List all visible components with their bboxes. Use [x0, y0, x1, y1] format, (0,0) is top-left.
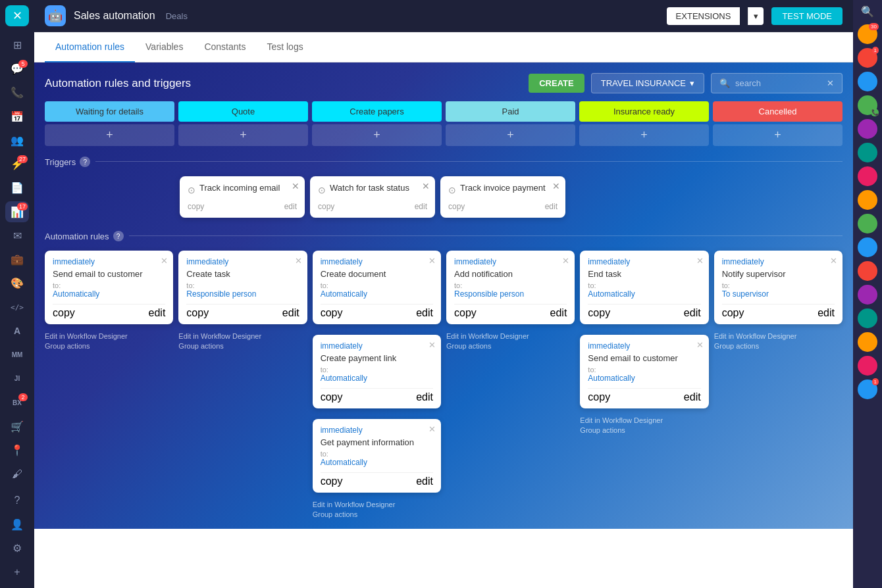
trigger-3-edit-button[interactable]: edit: [545, 202, 558, 211]
sidebar-item-analytics[interactable]: 📊 17: [5, 201, 29, 222]
avatar-user5[interactable]: [858, 119, 877, 139]
rule-2-copy-button[interactable]: copy: [186, 307, 209, 319]
test-mode-button[interactable]: TEST MODE: [771, 7, 843, 25]
sidebar-item-mm[interactable]: MM: [5, 345, 29, 366]
rule-3-copy-button[interactable]: copy: [321, 307, 343, 319]
rule-8-copy-button[interactable]: copy: [588, 391, 610, 403]
filter-button[interactable]: TRAVEL INSURANCE ▾: [591, 73, 704, 93]
sidebar-item-paint[interactable]: 🎨: [5, 273, 29, 294]
search-input[interactable]: [735, 78, 821, 88]
rule-5-group-button[interactable]: Group actions: [313, 510, 441, 518]
rule-3-to-value[interactable]: Automatically: [321, 289, 433, 299]
pipeline-add-create-papers[interactable]: +: [312, 124, 442, 146]
avatar-user11[interactable]: [858, 261, 877, 281]
rule-1-copy-button[interactable]: copy: [53, 307, 75, 319]
trigger-2-copy-button[interactable]: copy: [318, 202, 334, 211]
rule-2-group-button[interactable]: Group actions: [178, 342, 307, 350]
avatar-user12[interactable]: [858, 285, 877, 305]
tab-automation-rules[interactable]: Automation rules: [45, 32, 135, 62]
tab-variables[interactable]: Variables: [135, 32, 194, 62]
rule-7-to-value[interactable]: Automatically: [588, 289, 700, 299]
rule-5-to-value[interactable]: Automatically: [321, 458, 433, 467]
rule-6-close-button[interactable]: ✕: [562, 256, 569, 266]
rule-4-to-value[interactable]: Automatically: [321, 374, 433, 383]
automation-rules-help-icon[interactable]: ?: [113, 231, 124, 241]
tab-test-logs[interactable]: Test logs: [256, 32, 313, 62]
avatar-user6[interactable]: [858, 143, 877, 162]
sidebar-item-email[interactable]: ✉: [5, 225, 29, 246]
rule-2-to-value[interactable]: Responsible person: [186, 289, 299, 299]
avatar-user8[interactable]: [858, 190, 877, 210]
avatar-user14[interactable]: [858, 332, 877, 352]
rule-6-group-button[interactable]: Group actions: [446, 342, 575, 350]
rule-9-to-value[interactable]: To supervisor: [722, 289, 835, 299]
right-panel-search-icon[interactable]: 🔍: [861, 5, 874, 18]
avatar-user3[interactable]: [858, 72, 877, 91]
rule-6-edit-button[interactable]: edit: [550, 307, 567, 319]
sidebar-item-deals[interactable]: 💼: [5, 249, 29, 270]
sidebar-item-phone[interactable]: 📞: [5, 82, 29, 103]
rule-8-close-button[interactable]: ✕: [696, 340, 704, 350]
rule-6-to-value[interactable]: Responsible person: [454, 289, 567, 299]
triggers-help-icon[interactable]: ?: [80, 157, 90, 167]
rule-6-copy-button[interactable]: copy: [454, 307, 477, 319]
sidebar-item-chat[interactable]: 💬 5: [5, 59, 29, 80]
rule-5-close-button[interactable]: ✕: [428, 424, 436, 434]
rule-2-workflow-button[interactable]: Edit in Workflow Designer: [178, 332, 307, 340]
rule-4-edit-button[interactable]: edit: [416, 391, 433, 403]
tab-constants[interactable]: Constants: [194, 32, 256, 62]
avatar-user15[interactable]: [858, 356, 877, 376]
rule-7-copy-button[interactable]: copy: [588, 307, 610, 319]
pipeline-add-insurance[interactable]: +: [579, 124, 709, 146]
trigger-1-edit-button[interactable]: edit: [284, 202, 297, 211]
trigger-2-close-button[interactable]: ✕: [422, 182, 430, 191]
pipeline-add-paid[interactable]: +: [446, 124, 575, 146]
rule-1-edit-button[interactable]: edit: [149, 307, 166, 319]
rule-8-edit-button[interactable]: edit: [684, 391, 701, 403]
rule-1-group-button[interactable]: Group actions: [45, 342, 173, 350]
sidebar-item-profile[interactable]: 👤: [5, 514, 29, 535]
sidebar-item-a[interactable]: A: [5, 320, 29, 341]
sidebar-item-activity[interactable]: ⚡ 27: [5, 154, 29, 175]
rule-9-edit-button[interactable]: edit: [817, 307, 835, 319]
rule-3-close-button[interactable]: ✕: [428, 256, 436, 266]
sidebar-close-button[interactable]: ✕: [5, 5, 29, 26]
rule-4-close-button[interactable]: ✕: [428, 340, 436, 350]
rule-2-close-button[interactable]: ✕: [295, 256, 302, 266]
rule-5-copy-button[interactable]: copy: [321, 476, 343, 487]
rule-1-to-value[interactable]: Automatically: [53, 289, 165, 299]
pipeline-add-waiting[interactable]: +: [45, 124, 174, 146]
rule-3-edit-button[interactable]: edit: [416, 307, 433, 319]
rule-8-group-button[interactable]: Group actions: [580, 426, 708, 434]
extensions-dropdown-button[interactable]: ▾: [748, 7, 764, 25]
rule-1-workflow-button[interactable]: Edit in Workflow Designer: [45, 332, 173, 340]
rule-9-workflow-button[interactable]: Edit in Workflow Designer: [714, 332, 843, 340]
sidebar-item-grid[interactable]: ⊞: [5, 34, 29, 55]
rule-9-copy-button[interactable]: copy: [722, 307, 744, 319]
pipeline-add-quote[interactable]: +: [178, 124, 308, 146]
rule-9-close-button[interactable]: ✕: [830, 256, 837, 266]
sidebar-item-code[interactable]: </>: [5, 297, 29, 318]
sidebar-item-ji[interactable]: JI: [5, 368, 29, 389]
sidebar-item-help[interactable]: ?: [5, 490, 29, 511]
rule-5-edit-button[interactable]: edit: [416, 476, 433, 487]
sidebar-item-docs[interactable]: 📄: [5, 178, 29, 199]
rule-9-group-button[interactable]: Group actions: [714, 342, 843, 350]
rule-1-close-button[interactable]: ✕: [161, 256, 168, 266]
sidebar-item-settings[interactable]: ⚙: [5, 538, 29, 559]
create-button[interactable]: CREATE: [529, 74, 584, 93]
avatar-user7[interactable]: [858, 166, 877, 186]
rule-2-edit-button[interactable]: edit: [282, 307, 299, 319]
trigger-1-close-button[interactable]: ✕: [292, 182, 299, 191]
sidebar-item-shop[interactable]: 🛒: [5, 416, 29, 437]
rule-8-to-value[interactable]: Automatically: [588, 374, 700, 383]
avatar-user9[interactable]: [858, 214, 877, 233]
extensions-button[interactable]: EXTENSIONS: [667, 7, 740, 25]
search-clear-icon[interactable]: ✕: [827, 78, 834, 88]
sidebar-item-location[interactable]: 📍: [5, 440, 29, 461]
avatar-user10[interactable]: [858, 237, 877, 257]
rule-4-copy-button[interactable]: copy: [321, 391, 343, 403]
sidebar-item-add[interactable]: +: [5, 562, 29, 583]
sidebar-item-calendar[interactable]: 📅: [5, 106, 29, 127]
trigger-3-close-button[interactable]: ✕: [552, 182, 560, 191]
